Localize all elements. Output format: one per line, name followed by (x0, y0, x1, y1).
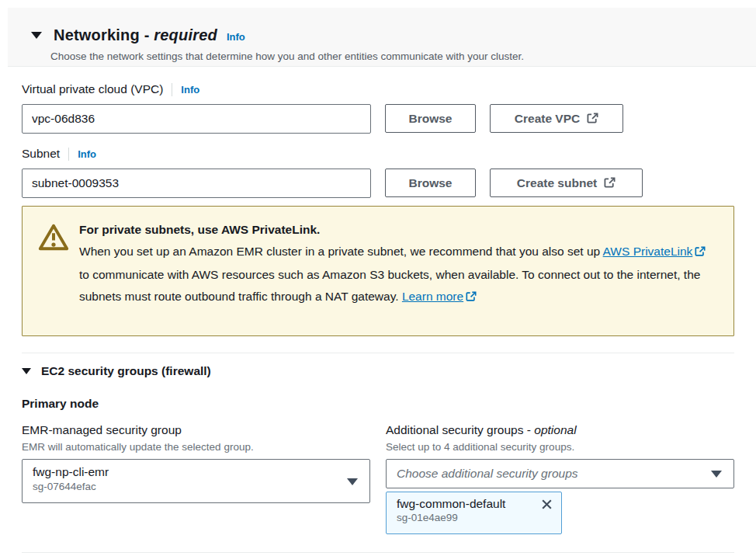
section-header: Networking - required Info Choose the ne… (8, 8, 756, 67)
subnet-label: Subnet (22, 147, 60, 161)
managed-sg-description: EMR will automatically update the select… (22, 441, 254, 453)
page-title: Networking - required (54, 26, 217, 44)
create-vpc-button[interactable]: Create VPC (490, 104, 623, 133)
vpc-label-row: Virtual private cloud (VPC) Info (22, 82, 199, 96)
vpc-browse-button[interactable]: Browse (385, 104, 476, 133)
dropdown-arrow-icon (347, 478, 358, 485)
vpc-info-link[interactable]: Info (181, 84, 199, 96)
warning-title: For private subnets, use AWS PrivateLink… (79, 223, 320, 237)
vpc-browse-label: Browse (409, 112, 453, 126)
vpc-input[interactable] (22, 104, 371, 134)
external-link-icon (587, 113, 598, 124)
warning-text-2: to communicate with AWS resources such a… (79, 268, 700, 303)
additional-sg-optional-text: optional (534, 423, 576, 436)
label-divider (68, 148, 69, 161)
subsection-collapse-caret-icon[interactable] (22, 368, 31, 374)
managed-sg-select[interactable]: fwg-np-cli-emr sg-07644efac (22, 459, 370, 503)
networking-section: Networking - required Info Choose the ne… (0, 0, 756, 556)
aws-privatelink-link[interactable]: AWS PrivateLink (603, 245, 706, 258)
subnet-browse-label: Browse (409, 176, 453, 190)
subnet-browse-button[interactable]: Browse (385, 169, 476, 197)
primary-node-title: Primary node (22, 397, 99, 411)
managed-sg-selected-id: sg-07644efac (33, 481, 338, 492)
create-vpc-label: Create VPC (515, 112, 580, 126)
external-link-icon (695, 242, 706, 264)
bottom-divider (22, 552, 734, 553)
subnet-label-row: Subnet Info (22, 147, 96, 161)
subnet-input[interactable] (22, 169, 371, 198)
token-name: fwg-common-default (397, 497, 505, 511)
label-divider (172, 83, 172, 96)
section-title-text: Networking - (54, 26, 150, 43)
additional-sg-select[interactable]: Choose additional security groups (386, 459, 734, 488)
warning-body: When you set up an Amazon EMR cluster in… (79, 241, 713, 309)
additional-sg-label-text: Additional security groups - (386, 423, 531, 436)
vpc-label: Virtual private cloud (VPC) (22, 82, 163, 96)
managed-sg-selected-name: fwg-np-cli-emr (33, 465, 338, 479)
external-link-icon (604, 177, 616, 189)
create-subnet-label: Create subnet (517, 176, 597, 190)
subnet-info-link[interactable]: Info (78, 148, 96, 160)
section-required-text: required (154, 26, 217, 43)
section-collapse-caret-icon[interactable] (31, 32, 42, 39)
create-subnet-button[interactable]: Create subnet (490, 169, 643, 197)
additional-sg-label: Additional security groups - optional (386, 423, 577, 437)
managed-sg-label: EMR-managed security group (22, 423, 182, 437)
ec2-security-groups-title: EC2 security groups (firewall) (41, 364, 211, 378)
section-divider (22, 353, 734, 353)
aws-privatelink-link-text: AWS PrivateLink (603, 245, 693, 258)
warning-triangle-icon (38, 223, 69, 255)
additional-sg-description: Select up to 4 additional security group… (386, 441, 574, 453)
external-link-icon (466, 287, 477, 309)
token-id: sg-01e4ae99 (397, 512, 553, 523)
section-info-link[interactable]: Info (227, 31, 245, 43)
dropdown-arrow-icon (711, 471, 722, 478)
learn-more-link[interactable]: Learn more (402, 290, 477, 303)
additional-sg-placeholder: Choose additional security groups (397, 467, 578, 481)
security-group-token: fwg-common-default sg-01e4ae99 (386, 492, 562, 534)
warning-text-1: When you set up an Amazon EMR cluster in… (79, 245, 603, 258)
section-description: Choose the network settings that determi… (50, 50, 524, 62)
privatelink-warning-banner: For private subnets, use AWS PrivateLink… (22, 206, 734, 336)
token-remove-icon[interactable] (540, 498, 553, 511)
learn-more-link-text: Learn more (402, 290, 463, 303)
ec2-security-groups-header[interactable]: EC2 security groups (firewall) (22, 364, 211, 378)
